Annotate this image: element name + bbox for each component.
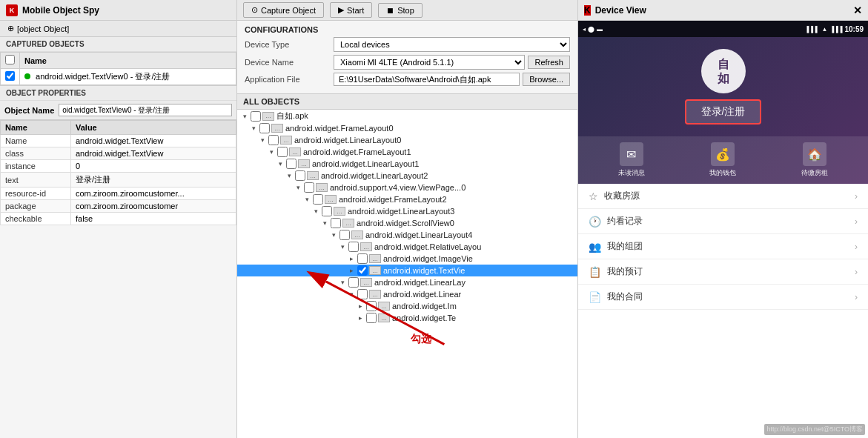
tree-checkbox[interactable] bbox=[366, 301, 377, 311]
login-button[interactable]: 登录/注册 bbox=[685, 99, 762, 125]
menu-list: ☆ 收藏房源 › 🕐 约看记录 › 👥 我的组团 bbox=[578, 184, 868, 438]
tree-checkbox[interactable] bbox=[357, 253, 368, 264]
tree-node-label: android.widget.LinearLayout0 bbox=[294, 136, 401, 145]
tree-item[interactable]: ▾…android.widget.LinearLayout4 bbox=[237, 229, 577, 241]
application-file-input[interactable] bbox=[334, 73, 520, 86]
menu-item-left-2: 🕐 约看记录 bbox=[589, 215, 643, 228]
tree-checkbox[interactable] bbox=[331, 218, 341, 228]
tree-node-label: android.widget.FrameLayout1 bbox=[303, 147, 411, 156]
select-all-checkbox[interactable] bbox=[5, 55, 15, 64]
menu-item-favorites[interactable]: ☆ 收藏房源 › bbox=[578, 184, 868, 209]
tree-item[interactable]: ▾…android.widget.LinearLayout0 bbox=[237, 134, 577, 146]
tree-checkbox[interactable] bbox=[277, 147, 288, 157]
tree-item[interactable]: ▸…android.widget.Im bbox=[237, 300, 577, 312]
tree-container[interactable]: ▾…自如.apk▾…android.widget.FrameLayout0▾…a… bbox=[237, 110, 577, 438]
tree-item[interactable]: ▾…android.widget.Linear bbox=[237, 288, 577, 300]
tree-node-icon: … bbox=[271, 124, 283, 133]
menu-item-group[interactable]: 👥 我的组团 › bbox=[578, 234, 868, 259]
tree-node-icon: … bbox=[280, 136, 292, 145]
tree-checkbox[interactable] bbox=[259, 123, 270, 133]
captured-row: android.widget.TextView0 - 登录/注册 bbox=[1, 69, 236, 85]
menu-item-booking[interactable]: 📋 我的预订 › bbox=[578, 259, 868, 285]
chevron-icon-4: › bbox=[855, 267, 858, 277]
props-row: instance 0 bbox=[1, 160, 236, 173]
left-title-label: Mobile Object Spy bbox=[22, 5, 99, 16]
props-value-header: Value bbox=[70, 121, 236, 135]
tree-checkbox[interactable] bbox=[286, 159, 296, 169]
tree-item[interactable]: ▾…android.widget.FrameLayout2 bbox=[237, 193, 577, 205]
rent-label: 待缴房租 bbox=[801, 168, 828, 178]
tree-node-label: android.widget.RelativeLayou bbox=[374, 242, 481, 251]
device-name-select[interactable]: Xiaomi MI 4LTE (Android 5.1.1) bbox=[334, 55, 525, 70]
tree-checkbox[interactable] bbox=[251, 111, 261, 122]
tree-checkbox[interactable] bbox=[322, 206, 332, 216]
tree-item[interactable]: ▾…android.widget.LinearLayout2 bbox=[237, 170, 577, 182]
tree-checkbox[interactable] bbox=[313, 194, 323, 205]
tree-checkbox[interactable] bbox=[357, 265, 368, 276]
stop-button[interactable]: ⏹ Stop bbox=[378, 3, 423, 18]
tree-item[interactable]: ▾…自如.apk bbox=[237, 110, 577, 122]
props-row: checkable false bbox=[1, 213, 236, 225]
chevron-icon-2: › bbox=[855, 216, 858, 227]
rent-icon-box: 🏠 bbox=[803, 142, 826, 166]
tree-arrow-icon: ▾ bbox=[258, 136, 267, 144]
tree-node-icon: … bbox=[378, 302, 390, 311]
time-display: 10:59 bbox=[844, 25, 864, 33]
prop-value: com.ziroom.ziroomcustomer bbox=[70, 200, 236, 213]
start-button[interactable]: ▶ Start bbox=[330, 2, 372, 18]
tree-node-label: android.widget.Linear bbox=[383, 290, 461, 299]
tree-item[interactable]: ▾…android.widget.ScrollView0 bbox=[237, 217, 577, 229]
add-repo-icon: ⊕ bbox=[7, 24, 14, 33]
tree-checkbox[interactable] bbox=[295, 170, 305, 181]
group-label: 我的组团 bbox=[607, 240, 643, 253]
browse-button[interactable]: Browse... bbox=[523, 73, 570, 86]
prop-name: class bbox=[1, 147, 71, 160]
refresh-button[interactable]: Refresh bbox=[528, 56, 570, 69]
object-name-label: Object Name bbox=[4, 106, 54, 115]
device-type-select[interactable]: Local devices bbox=[334, 37, 570, 52]
menu-item-viewings[interactable]: 🕐 约看记录 › bbox=[578, 209, 868, 234]
application-file-row: Application File Browse... bbox=[245, 73, 570, 86]
tree-item[interactable]: ▾…android.support.v4.view.ViewPage...0 bbox=[237, 182, 577, 193]
tree-item[interactable]: ▸…android.widget.Te bbox=[237, 312, 577, 324]
tree-item[interactable]: ▾…android.widget.LinearLay bbox=[237, 276, 577, 288]
tree-arrow-icon: ▾ bbox=[320, 219, 329, 227]
wifi-icon: ▲ bbox=[821, 26, 827, 33]
prop-name: package bbox=[1, 200, 71, 213]
tree-checkbox[interactable] bbox=[348, 242, 359, 252]
menu-item-contract[interactable]: 📄 我的合同 › bbox=[578, 285, 868, 310]
row-checkbox[interactable] bbox=[5, 71, 15, 81]
prop-value: android.widget.TextView bbox=[70, 135, 236, 147]
tree-item[interactable]: ▾…android.widget.FrameLayout0 bbox=[237, 122, 577, 134]
tree-node-label: android.widget.LinearLay bbox=[374, 278, 466, 287]
add-repo-button[interactable]: ⊕ [object Object] bbox=[0, 21, 236, 37]
tree-checkbox[interactable] bbox=[348, 277, 359, 288]
tree-item[interactable]: ▸…android.widget.TextVie bbox=[237, 265, 577, 276]
capture-object-button[interactable]: ⊙ Capture Object bbox=[243, 2, 324, 18]
close-icon[interactable]: ✕ bbox=[853, 4, 862, 16]
prop-name: instance bbox=[1, 160, 71, 173]
tree-item[interactable]: ▾…android.widget.LinearLayout3 bbox=[237, 205, 577, 217]
tree-node-icon: … bbox=[360, 278, 372, 287]
tree-checkbox[interactable] bbox=[357, 289, 368, 299]
object-name-input[interactable] bbox=[59, 104, 232, 116]
viewings-icon: 🕐 bbox=[589, 216, 601, 228]
device-screen: ◂ ⬤ ▬ ▌▌▌ ▲ ▐▐▐ 10:59 自如 登录/注册 bbox=[578, 21, 868, 438]
tree-item[interactable]: ▸…android.widget.ImageVie bbox=[237, 253, 577, 265]
props-row: text 登录/注册 bbox=[1, 173, 236, 188]
unread-label: 未读消息 bbox=[618, 168, 645, 178]
tree-item[interactable]: ▾…android.widget.RelativeLayou bbox=[237, 241, 577, 253]
tree-item[interactable]: ▾…android.widget.FrameLayout1 bbox=[237, 146, 577, 158]
stop-icon: ⏹ bbox=[386, 6, 394, 15]
tree-checkbox[interactable] bbox=[366, 313, 377, 323]
tree-checkbox[interactable] bbox=[268, 135, 279, 145]
row-name-cell: android.widget.TextView0 - 登录/注册 bbox=[20, 69, 236, 85]
menu-item-left-4: 📋 我的预订 bbox=[589, 265, 643, 278]
tree-arrow-icon: ▾ bbox=[311, 208, 320, 215]
tree-checkbox[interactable] bbox=[339, 230, 350, 240]
application-file-label: Application File bbox=[245, 75, 334, 84]
capture-icon: ⊙ bbox=[251, 5, 258, 15]
app-logo: 自如 bbox=[701, 49, 746, 93]
tree-item[interactable]: ▾…android.widget.LinearLayout1 bbox=[237, 158, 577, 170]
tree-checkbox[interactable] bbox=[304, 182, 314, 193]
